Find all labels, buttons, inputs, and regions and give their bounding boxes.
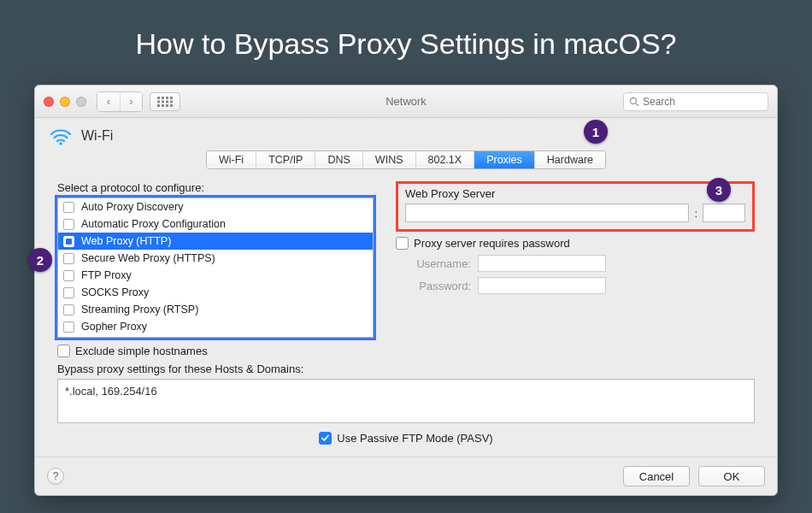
nav-forward-button[interactable]: › — [120, 92, 142, 111]
protocol-label: Auto Proxy Discovery — [81, 201, 183, 213]
tab-proxies[interactable]: Proxies — [474, 151, 534, 168]
checkmark-icon — [321, 433, 330, 443]
protocol-checkbox[interactable] — [63, 219, 74, 230]
proxy-port-input[interactable] — [703, 203, 745, 222]
tab-wins[interactable]: WINS — [362, 151, 415, 168]
pasv-label: Use Passive FTP Mode (PASV) — [337, 432, 492, 445]
svg-rect-4 — [157, 100, 160, 103]
nav-back-button[interactable]: ‹ — [97, 92, 120, 111]
svg-rect-1 — [162, 97, 164, 99]
bypass-label: Bypass proxy settings for these Hosts & … — [57, 363, 755, 375]
protocol-label: SOCKS Proxy — [81, 286, 149, 298]
protocol-row-auto-discovery[interactable]: Auto Proxy Discovery — [58, 198, 373, 215]
callout-3: 3 — [707, 178, 731, 202]
grid-icon — [157, 97, 173, 107]
svg-rect-3 — [170, 97, 173, 99]
protocol-row-auto-config[interactable]: Automatic Proxy Configuration — [58, 215, 373, 233]
svg-rect-9 — [162, 104, 164, 107]
protocol-label: FTP Proxy — [81, 269, 132, 281]
protocol-row-web-http[interactable]: Web Proxy (HTTP) — [58, 233, 373, 250]
proxy-host-input[interactable] — [405, 203, 689, 222]
web-proxy-server-label: Web Proxy Server — [405, 187, 745, 200]
protocol-list-label: Select a protocol to configure: — [57, 181, 374, 194]
svg-rect-5 — [162, 100, 164, 103]
protocol-row-gopher[interactable]: Gopher Proxy — [58, 318, 373, 335]
svg-rect-2 — [166, 97, 168, 99]
tab-dns[interactable]: DNS — [315, 151, 362, 168]
protocol-checkbox[interactable] — [63, 202, 74, 213]
search-icon — [629, 97, 639, 107]
wifi-icon — [49, 127, 73, 145]
svg-rect-6 — [166, 100, 168, 103]
protocol-checkbox[interactable] — [63, 304, 74, 315]
protocol-label: Gopher Proxy — [81, 321, 147, 333]
password-label: Password: — [396, 280, 471, 292]
protocol-label: Web Proxy (HTTP) — [81, 235, 171, 247]
callout-2: 2 — [28, 248, 52, 272]
host-port-separator: : — [694, 207, 697, 220]
window-controls — [44, 97, 86, 107]
service-name: Wi-Fi — [81, 128, 113, 144]
password-input[interactable] — [478, 277, 606, 294]
ok-button[interactable]: OK — [698, 466, 765, 486]
cancel-button[interactable]: Cancel — [623, 466, 690, 486]
protocol-label: Streaming Proxy (RTSP) — [81, 304, 198, 315]
svg-rect-7 — [170, 100, 173, 103]
tab-8021x[interactable]: 802.1X — [415, 151, 474, 168]
callout-1: 1 — [584, 120, 608, 144]
search-input[interactable] — [643, 96, 771, 108]
nav-back-forward: ‹ › — [97, 91, 143, 112]
svg-rect-10 — [166, 104, 168, 107]
protocol-row-secure-https[interactable]: Secure Web Proxy (HTTPS) — [58, 250, 373, 267]
tab-hardware[interactable]: Hardware — [534, 151, 605, 168]
username-input[interactable] — [478, 255, 606, 272]
titlebar: ‹ › Network — [35, 86, 777, 118]
tab-wifi[interactable]: Wi-Fi — [207, 151, 256, 168]
exclude-hostnames-checkbox[interactable] — [57, 345, 70, 357]
search-field-wrapper[interactable] — [623, 92, 768, 111]
preferences-window: ‹ › Network — [34, 85, 778, 496]
requires-password-row: Proxy server requires password — [396, 237, 755, 250]
protocol-label: Secure Web Proxy (HTTPS) — [81, 252, 215, 264]
svg-rect-0 — [157, 97, 160, 99]
page-title: How to Bypass Proxy Settings in macOS? — [0, 0, 812, 85]
pasv-checkbox[interactable] — [319, 432, 332, 445]
protocol-checkbox[interactable] — [63, 270, 74, 281]
svg-point-12 — [631, 97, 637, 103]
proxies-pane: 2 Select a protocol to configure: Auto P… — [35, 169, 777, 457]
tab-strip: Wi-Fi TCP/IP DNS WINS 802.1X Proxies Har… — [35, 149, 777, 169]
svg-rect-11 — [170, 104, 173, 107]
close-window-button[interactable] — [44, 97, 54, 107]
protocol-list[interactable]: Auto Proxy Discovery Automatic Proxy Con… — [57, 198, 374, 338]
tab-segmented-control: Wi-Fi TCP/IP DNS WINS 802.1X Proxies Har… — [206, 150, 606, 169]
protocol-checkbox[interactable] — [63, 287, 74, 298]
protocol-label: Automatic Proxy Configuration — [81, 218, 226, 230]
exclude-hostnames-label: Exclude simple hostnames — [75, 345, 208, 357]
protocol-checkbox[interactable] — [63, 321, 74, 333]
dialog-footer: ? Cancel OK — [35, 457, 777, 495]
show-all-button[interactable] — [150, 92, 180, 111]
svg-point-14 — [59, 142, 62, 145]
web-proxy-server-group: Web Proxy Server : — [396, 181, 755, 232]
minimize-window-button[interactable] — [60, 97, 70, 107]
zoom-window-button[interactable] — [76, 97, 86, 107]
protocol-row-ftp[interactable]: FTP Proxy — [58, 267, 373, 284]
svg-line-13 — [636, 103, 638, 106]
help-button[interactable]: ? — [47, 468, 64, 485]
requires-password-label: Proxy server requires password — [414, 237, 570, 250]
username-label: Username: — [396, 257, 471, 270]
protocol-row-socks[interactable]: SOCKS Proxy — [58, 284, 373, 301]
protocol-row-rtsp[interactable]: Streaming Proxy (RTSP) — [58, 301, 373, 318]
service-header: Wi-Fi 1 — [35, 118, 777, 149]
protocol-checkbox[interactable] — [63, 236, 74, 247]
protocol-checkbox[interactable] — [63, 253, 74, 264]
svg-rect-8 — [157, 104, 160, 107]
requires-password-checkbox[interactable] — [396, 237, 409, 250]
tab-tcpip[interactable]: TCP/IP — [256, 151, 315, 168]
bypass-textarea[interactable]: *.local, 169.254/16 — [57, 379, 755, 423]
